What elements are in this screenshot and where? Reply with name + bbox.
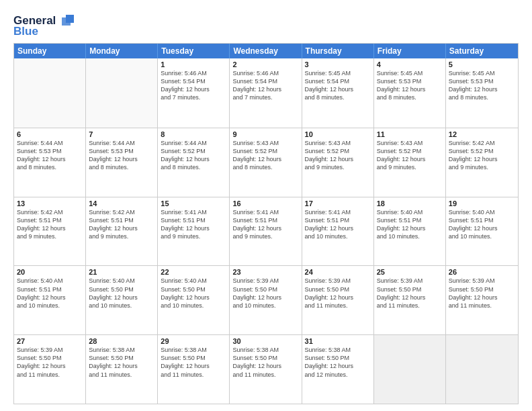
calendar-cell: 11Sunrise: 5:43 AM Sunset: 5:52 PM Dayli… — [374, 128, 446, 197]
calendar-cell — [86, 58, 158, 128]
calendar-cell: 4Sunrise: 5:45 AM Sunset: 5:53 PM Daylig… — [374, 58, 446, 128]
day-number: 28 — [89, 337, 154, 345]
calendar-cell — [374, 335, 446, 404]
calendar-cell: 29Sunrise: 5:38 AM Sunset: 5:50 PM Dayli… — [158, 335, 230, 404]
day-number: 6 — [17, 130, 83, 138]
day-number: 23 — [232, 268, 298, 276]
day-number: 11 — [377, 130, 443, 138]
calendar-cell: 3Sunrise: 5:45 AM Sunset: 5:54 PM Daylig… — [302, 58, 374, 128]
day-info: Sunrise: 5:45 AM Sunset: 5:54 PM Dayligh… — [305, 69, 371, 102]
calendar-cell: 9Sunrise: 5:43 AM Sunset: 5:52 PM Daylig… — [230, 128, 302, 197]
calendar-cell — [14, 58, 86, 128]
calendar-week-4: 20Sunrise: 5:40 AM Sunset: 5:51 PM Dayli… — [14, 265, 518, 334]
calendar-cell: 1Sunrise: 5:46 AM Sunset: 5:54 PM Daylig… — [158, 58, 230, 128]
day-info: Sunrise: 5:38 AM Sunset: 5:50 PM Dayligh… — [161, 346, 226, 379]
day-info: Sunrise: 5:43 AM Sunset: 5:52 PM Dayligh… — [305, 139, 371, 172]
page: General Blue SundayMondayTuesdayWednesda… — [0, 0, 532, 411]
day-info: Sunrise: 5:39 AM Sunset: 5:50 PM Dayligh… — [17, 346, 83, 379]
day-number: 18 — [377, 199, 443, 208]
day-number: 20 — [17, 268, 83, 276]
day-number: 16 — [232, 199, 298, 208]
calendar-cell: 14Sunrise: 5:42 AM Sunset: 5:51 PM Dayli… — [86, 197, 158, 266]
calendar-cell: 24Sunrise: 5:39 AM Sunset: 5:50 PM Dayli… — [302, 266, 374, 334]
day-number: 13 — [17, 199, 83, 208]
day-number: 24 — [305, 268, 371, 276]
day-info: Sunrise: 5:42 AM Sunset: 5:51 PM Dayligh… — [17, 208, 83, 241]
day-number: 31 — [305, 337, 371, 345]
day-number: 3 — [305, 60, 371, 68]
day-number: 19 — [449, 199, 515, 208]
calendar-cell: 7Sunrise: 5:44 AM Sunset: 5:53 PM Daylig… — [86, 128, 158, 197]
day-number: 2 — [232, 60, 298, 68]
calendar-cell: 27Sunrise: 5:39 AM Sunset: 5:50 PM Dayli… — [14, 335, 86, 404]
svg-marker-3 — [66, 15, 74, 23]
calendar-cell: 28Sunrise: 5:38 AM Sunset: 5:50 PM Dayli… — [86, 335, 158, 404]
day-number: 26 — [449, 268, 515, 276]
calendar-cell: 22Sunrise: 5:40 AM Sunset: 5:50 PM Dayli… — [158, 266, 230, 334]
calendar-cell: 26Sunrise: 5:39 AM Sunset: 5:50 PM Dayli… — [446, 266, 518, 334]
calendar-week-2: 6Sunrise: 5:44 AM Sunset: 5:53 PM Daylig… — [14, 128, 518, 197]
day-number: 30 — [232, 337, 298, 345]
day-info: Sunrise: 5:39 AM Sunset: 5:50 PM Dayligh… — [449, 277, 515, 310]
day-number: 22 — [161, 268, 226, 276]
calendar-cell: 12Sunrise: 5:42 AM Sunset: 5:52 PM Dayli… — [446, 128, 518, 197]
header-day-thursday: Thursday — [302, 44, 374, 58]
day-info: Sunrise: 5:41 AM Sunset: 5:51 PM Dayligh… — [161, 208, 226, 241]
day-info: Sunrise: 5:39 AM Sunset: 5:50 PM Dayligh… — [377, 277, 443, 310]
day-info: Sunrise: 5:41 AM Sunset: 5:51 PM Dayligh… — [305, 208, 371, 241]
day-number: 12 — [449, 130, 515, 138]
day-info: Sunrise: 5:43 AM Sunset: 5:52 PM Dayligh… — [232, 139, 298, 172]
day-info: Sunrise: 5:44 AM Sunset: 5:53 PM Dayligh… — [17, 139, 83, 172]
day-info: Sunrise: 5:38 AM Sunset: 5:50 PM Dayligh… — [232, 346, 298, 379]
day-number: 21 — [89, 268, 154, 276]
calendar-cell: 17Sunrise: 5:41 AM Sunset: 5:51 PM Dayli… — [302, 197, 374, 266]
header: General Blue — [13, 12, 519, 39]
logo: General Blue — [13, 12, 74, 39]
calendar-cell: 16Sunrise: 5:41 AM Sunset: 5:51 PM Dayli… — [230, 197, 302, 266]
day-number: 8 — [161, 130, 226, 138]
calendar-cell: 15Sunrise: 5:41 AM Sunset: 5:51 PM Dayli… — [158, 197, 230, 266]
day-number: 17 — [305, 199, 371, 208]
day-number: 15 — [161, 199, 226, 208]
calendar-week-5: 27Sunrise: 5:39 AM Sunset: 5:50 PM Dayli… — [14, 334, 518, 404]
svg-text:Blue: Blue — [13, 25, 38, 38]
header-day-tuesday: Tuesday — [158, 44, 230, 58]
day-info: Sunrise: 5:40 AM Sunset: 5:50 PM Dayligh… — [89, 277, 154, 310]
day-info: Sunrise: 5:40 AM Sunset: 5:51 PM Dayligh… — [377, 208, 443, 241]
day-info: Sunrise: 5:40 AM Sunset: 5:50 PM Dayligh… — [161, 277, 226, 310]
calendar-cell: 25Sunrise: 5:39 AM Sunset: 5:50 PM Dayli… — [374, 266, 446, 334]
day-info: Sunrise: 5:42 AM Sunset: 5:52 PM Dayligh… — [449, 139, 515, 172]
day-info: Sunrise: 5:40 AM Sunset: 5:51 PM Dayligh… — [17, 277, 83, 310]
day-number: 7 — [89, 130, 154, 138]
calendar-week-1: 1Sunrise: 5:46 AM Sunset: 5:54 PM Daylig… — [14, 58, 518, 128]
day-number: 25 — [377, 268, 443, 276]
calendar-cell: 21Sunrise: 5:40 AM Sunset: 5:50 PM Dayli… — [86, 266, 158, 334]
calendar-cell: 20Sunrise: 5:40 AM Sunset: 5:51 PM Dayli… — [14, 266, 86, 334]
calendar-week-3: 13Sunrise: 5:42 AM Sunset: 5:51 PM Dayli… — [14, 197, 518, 266]
day-info: Sunrise: 5:44 AM Sunset: 5:53 PM Dayligh… — [89, 139, 154, 172]
calendar-cell: 2Sunrise: 5:46 AM Sunset: 5:54 PM Daylig… — [230, 58, 302, 128]
day-info: Sunrise: 5:39 AM Sunset: 5:50 PM Dayligh… — [232, 277, 298, 310]
day-info: Sunrise: 5:43 AM Sunset: 5:52 PM Dayligh… — [377, 139, 443, 172]
day-info: Sunrise: 5:46 AM Sunset: 5:54 PM Dayligh… — [161, 69, 226, 102]
day-info: Sunrise: 5:38 AM Sunset: 5:50 PM Dayligh… — [305, 346, 371, 379]
calendar-cell: 23Sunrise: 5:39 AM Sunset: 5:50 PM Dayli… — [230, 266, 302, 334]
day-info: Sunrise: 5:46 AM Sunset: 5:54 PM Dayligh… — [232, 69, 298, 102]
day-info: Sunrise: 5:41 AM Sunset: 5:51 PM Dayligh… — [232, 208, 298, 241]
calendar-cell — [446, 335, 518, 404]
day-number: 10 — [305, 130, 371, 138]
day-number: 1 — [161, 60, 226, 68]
day-number: 14 — [89, 199, 154, 208]
day-info: Sunrise: 5:38 AM Sunset: 5:50 PM Dayligh… — [89, 346, 154, 379]
calendar-cell: 8Sunrise: 5:44 AM Sunset: 5:52 PM Daylig… — [158, 128, 230, 197]
day-number: 27 — [17, 337, 83, 345]
header-day-monday: Monday — [86, 44, 158, 58]
day-info: Sunrise: 5:39 AM Sunset: 5:50 PM Dayligh… — [305, 277, 371, 310]
day-info: Sunrise: 5:45 AM Sunset: 5:53 PM Dayligh… — [377, 69, 443, 102]
calendar-cell: 19Sunrise: 5:40 AM Sunset: 5:51 PM Dayli… — [446, 197, 518, 266]
calendar-cell: 18Sunrise: 5:40 AM Sunset: 5:51 PM Dayli… — [374, 197, 446, 266]
header-day-sunday: Sunday — [14, 44, 86, 58]
day-info: Sunrise: 5:42 AM Sunset: 5:51 PM Dayligh… — [89, 208, 154, 241]
calendar: SundayMondayTuesdayWednesdayThursdayFrid… — [13, 43, 519, 404]
calendar-body: 1Sunrise: 5:46 AM Sunset: 5:54 PM Daylig… — [14, 58, 518, 404]
